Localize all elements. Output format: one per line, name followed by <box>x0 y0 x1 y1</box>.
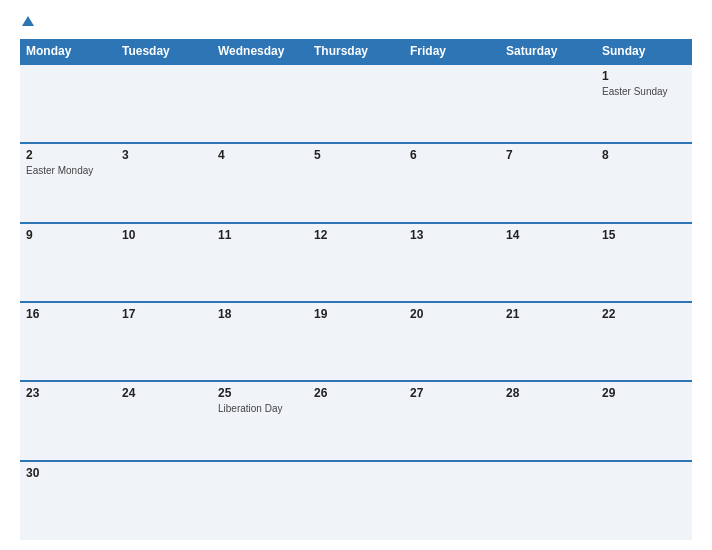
calendar-table: MondayTuesdayWednesdayThursdayFridaySatu… <box>20 39 692 540</box>
cell-date-number: 21 <box>506 307 590 321</box>
calendar-cell: 22 <box>596 302 692 381</box>
calendar-cell: 17 <box>116 302 212 381</box>
calendar-cell: 9 <box>20 223 116 302</box>
calendar-cell <box>212 64 308 143</box>
cell-date-number: 3 <box>122 148 206 162</box>
weekday-header-thursday: Thursday <box>308 39 404 64</box>
cell-event-label: Liberation Day <box>218 402 302 415</box>
cell-date-number: 15 <box>602 228 686 242</box>
cell-date-number: 18 <box>218 307 302 321</box>
calendar-week-row: 9101112131415 <box>20 223 692 302</box>
calendar-cell: 21 <box>500 302 596 381</box>
calendar-cell <box>20 64 116 143</box>
calendar-cell: 18 <box>212 302 308 381</box>
cell-date-number: 12 <box>314 228 398 242</box>
calendar-cell <box>212 461 308 540</box>
calendar-cell <box>116 461 212 540</box>
calendar-cell: 10 <box>116 223 212 302</box>
cell-date-number: 17 <box>122 307 206 321</box>
weekday-header-row: MondayTuesdayWednesdayThursdayFridaySatu… <box>20 39 692 64</box>
calendar-week-row: 16171819202122 <box>20 302 692 381</box>
calendar-cell: 26 <box>308 381 404 460</box>
calendar-cell: 23 <box>20 381 116 460</box>
calendar-week-row: 232425Liberation Day26272829 <box>20 381 692 460</box>
weekday-header-friday: Friday <box>404 39 500 64</box>
weekday-header-tuesday: Tuesday <box>116 39 212 64</box>
calendar-cell: 28 <box>500 381 596 460</box>
cell-date-number: 24 <box>122 386 206 400</box>
calendar-week-row: 2Easter Monday345678 <box>20 143 692 222</box>
cell-date-number: 26 <box>314 386 398 400</box>
calendar-cell: 13 <box>404 223 500 302</box>
cell-date-number: 10 <box>122 228 206 242</box>
calendar-cell: 3 <box>116 143 212 222</box>
cell-date-number: 27 <box>410 386 494 400</box>
calendar-week-row: 30 <box>20 461 692 540</box>
cell-event-label: Easter Sunday <box>602 85 686 98</box>
logo <box>20 16 34 27</box>
calendar-cell: 15 <box>596 223 692 302</box>
cell-date-number: 29 <box>602 386 686 400</box>
cell-date-number: 11 <box>218 228 302 242</box>
logo-blue-text <box>20 16 34 27</box>
calendar-week-row: 1Easter Sunday <box>20 64 692 143</box>
calendar-cell: 6 <box>404 143 500 222</box>
calendar-cell: 12 <box>308 223 404 302</box>
cell-date-number: 2 <box>26 148 110 162</box>
weekday-header-monday: Monday <box>20 39 116 64</box>
cell-date-number: 16 <box>26 307 110 321</box>
cell-date-number: 8 <box>602 148 686 162</box>
cell-date-number: 19 <box>314 307 398 321</box>
calendar-cell: 24 <box>116 381 212 460</box>
calendar-cell: 2Easter Monday <box>20 143 116 222</box>
cell-date-number: 20 <box>410 307 494 321</box>
weekday-header-sunday: Sunday <box>596 39 692 64</box>
cell-date-number: 7 <box>506 148 590 162</box>
calendar-cell: 25Liberation Day <box>212 381 308 460</box>
calendar-cell: 16 <box>20 302 116 381</box>
weekday-header-wednesday: Wednesday <box>212 39 308 64</box>
cell-date-number: 13 <box>410 228 494 242</box>
cell-date-number: 23 <box>26 386 110 400</box>
calendar-cell <box>500 461 596 540</box>
calendar-cell: 14 <box>500 223 596 302</box>
calendar-cell: 4 <box>212 143 308 222</box>
cell-date-number: 25 <box>218 386 302 400</box>
calendar-cell: 1Easter Sunday <box>596 64 692 143</box>
calendar-cell: 27 <box>404 381 500 460</box>
calendar-cell <box>116 64 212 143</box>
calendar-cell: 29 <box>596 381 692 460</box>
calendar-cell <box>596 461 692 540</box>
calendar-page: MondayTuesdayWednesdayThursdayFridaySatu… <box>0 0 712 550</box>
calendar-cell <box>404 461 500 540</box>
cell-date-number: 1 <box>602 69 686 83</box>
calendar-cell: 30 <box>20 461 116 540</box>
header <box>20 16 692 27</box>
cell-date-number: 9 <box>26 228 110 242</box>
cell-date-number: 14 <box>506 228 590 242</box>
weekday-header-saturday: Saturday <box>500 39 596 64</box>
calendar-cell <box>404 64 500 143</box>
calendar-cell: 7 <box>500 143 596 222</box>
cell-date-number: 6 <box>410 148 494 162</box>
cell-date-number: 22 <box>602 307 686 321</box>
cell-event-label: Easter Monday <box>26 164 110 177</box>
logo-triangle-icon <box>22 16 34 26</box>
calendar-cell: 5 <box>308 143 404 222</box>
calendar-cell <box>500 64 596 143</box>
calendar-cell <box>308 64 404 143</box>
calendar-cell: 11 <box>212 223 308 302</box>
calendar-cell <box>308 461 404 540</box>
calendar-cell: 20 <box>404 302 500 381</box>
cell-date-number: 4 <box>218 148 302 162</box>
cell-date-number: 5 <box>314 148 398 162</box>
calendar-cell: 8 <box>596 143 692 222</box>
cell-date-number: 28 <box>506 386 590 400</box>
calendar-cell: 19 <box>308 302 404 381</box>
cell-date-number: 30 <box>26 466 110 480</box>
